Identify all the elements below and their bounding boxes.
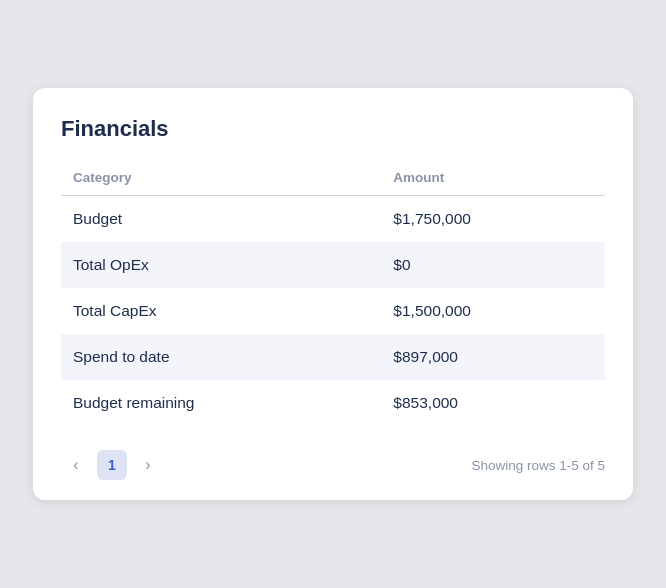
column-header-category: Category	[61, 162, 381, 196]
row-category: Budget remaining	[61, 380, 381, 426]
table-row: Budget$1,750,000	[61, 196, 605, 243]
row-amount: $853,000	[381, 380, 605, 426]
row-category: Budget	[61, 196, 381, 243]
row-amount: $0	[381, 242, 605, 288]
row-category: Total CapEx	[61, 288, 381, 334]
pagination: ‹ 1 › Showing rows 1-5 of 5	[61, 444, 605, 480]
pagination-controls: ‹ 1 ›	[61, 450, 163, 480]
financials-card: Financials Category Amount Budget$1,750,…	[33, 88, 633, 500]
row-amount: $897,000	[381, 334, 605, 380]
table-row: Budget remaining$853,000	[61, 380, 605, 426]
table-row: Total CapEx$1,500,000	[61, 288, 605, 334]
pagination-info: Showing rows 1-5 of 5	[471, 458, 605, 473]
next-page-button[interactable]: ›	[133, 450, 163, 480]
card-title: Financials	[61, 116, 605, 142]
financials-table: Category Amount Budget$1,750,000Total Op…	[61, 162, 605, 426]
row-amount: $1,500,000	[381, 288, 605, 334]
column-header-amount: Amount	[381, 162, 605, 196]
table-row: Spend to date$897,000	[61, 334, 605, 380]
row-category: Total OpEx	[61, 242, 381, 288]
table-row: Total OpEx$0	[61, 242, 605, 288]
row-category: Spend to date	[61, 334, 381, 380]
page-number-button[interactable]: 1	[97, 450, 127, 480]
prev-page-button[interactable]: ‹	[61, 450, 91, 480]
row-amount: $1,750,000	[381, 196, 605, 243]
